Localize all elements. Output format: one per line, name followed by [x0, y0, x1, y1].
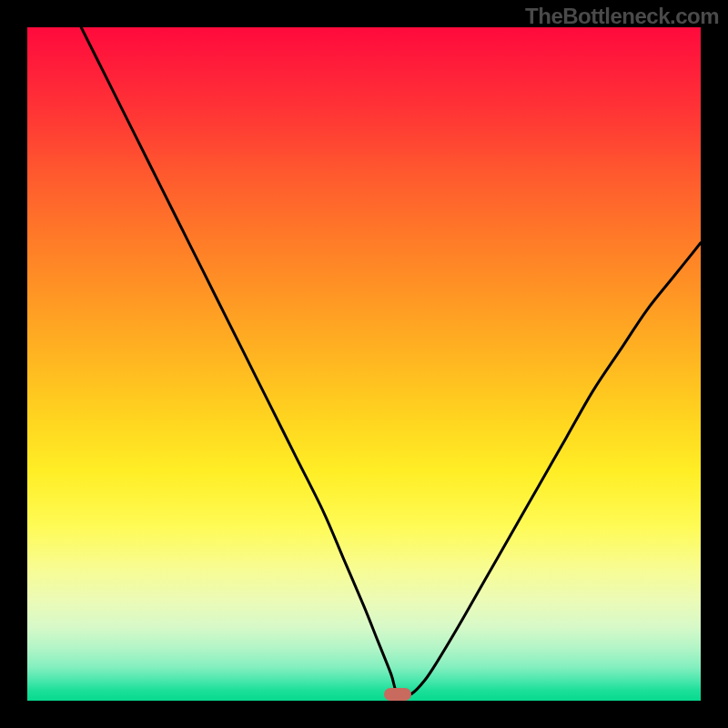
plot-area: [27, 27, 701, 701]
bottleneck-curve: [81, 27, 701, 696]
watermark-text: TheBottleneck.com: [525, 4, 719, 29]
curve-layer: [27, 27, 701, 701]
chart-frame: TheBottleneck.com: [0, 0, 728, 728]
optimal-point-marker: [384, 688, 411, 701]
